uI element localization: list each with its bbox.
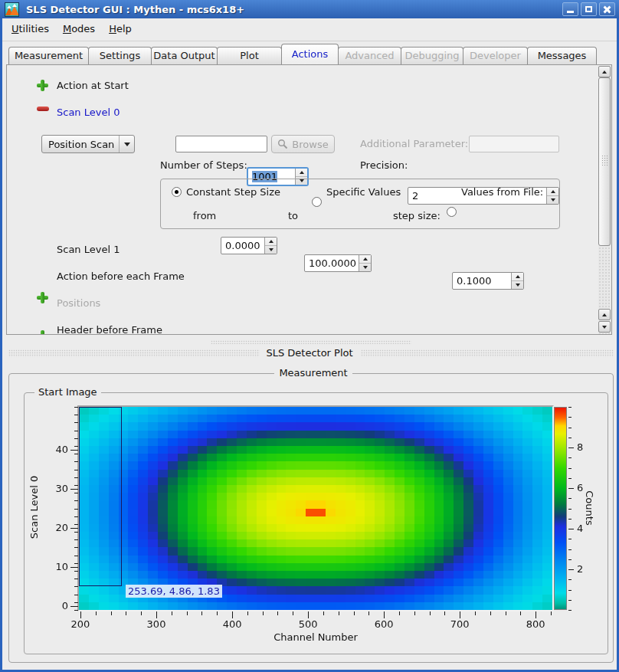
specific-values-radio[interactable] <box>312 197 322 207</box>
step-size-value: 0.1000 <box>457 275 492 287</box>
tab-settings[interactable]: Settings <box>88 47 152 64</box>
arrow-up-icon <box>602 313 607 316</box>
app-window: SLS Detector GUI : Mythen - mcs6x18+ Uti… <box>0 0 619 672</box>
values-from-file-label: Values from File: <box>461 186 543 198</box>
colorbar-label: Counts <box>583 485 595 531</box>
constant-step-size-label: Constant Step Size <box>186 186 280 198</box>
expand-plus-icon[interactable] <box>37 292 48 303</box>
expand-plus-icon[interactable] <box>37 80 48 91</box>
tab-actions[interactable]: Actions <box>281 44 339 64</box>
scrollbar-thumb[interactable] <box>598 77 611 246</box>
menu-utilities[interactable]: Utilities <box>7 21 54 37</box>
to-label: to <box>288 210 298 221</box>
tab-debugging: Debugging <box>401 47 463 64</box>
spin-up-icon[interactable] <box>512 273 523 280</box>
menu-help[interactable]: Help <box>104 21 136 37</box>
zoom-selection-rect <box>79 407 122 586</box>
step-size-groupbox: Constant Step Size Specific Values Value… <box>160 179 560 229</box>
tab-measurement[interactable]: Measurement <box>8 47 89 64</box>
splitter-handle[interactable] <box>211 340 411 344</box>
collapse-minus-icon[interactable] <box>37 107 49 111</box>
tab-data-output[interactable]: Data Output <box>151 47 218 64</box>
from-label: from <box>193 210 216 221</box>
browse-button: Browse <box>271 135 335 153</box>
additional-parameter-label: Additional Parameter: <box>360 138 468 149</box>
tab-developer: Developer <box>463 47 528 64</box>
expand-plus-icon[interactable] <box>37 330 48 335</box>
spin-up-icon[interactable] <box>359 255 371 263</box>
start-image-title: Start Image <box>34 386 101 398</box>
combo-dropdown-icon <box>119 136 134 152</box>
cursor-readout: 253.69, 4.86, 1.83 <box>126 585 222 598</box>
spin-down-icon[interactable] <box>265 245 277 254</box>
scan-level-0-item[interactable]: Scan Level 0 <box>57 107 120 118</box>
scrollbar-grip-icon <box>601 155 608 167</box>
app-logo-mountain-icon <box>5 2 19 17</box>
to-value: 100.0000 <box>309 257 356 269</box>
from-spinbox[interactable]: 0.0000 <box>221 237 277 254</box>
arrow-up-icon <box>602 70 607 74</box>
precision-label: Precision: <box>360 159 408 171</box>
x-axis-label: Channel Number <box>79 631 552 643</box>
menu-bar: Utilities Modes Help <box>2 18 617 39</box>
browse-button-label: Browse <box>292 139 328 150</box>
vertical-scrollbar[interactable] <box>598 66 611 334</box>
scan-level-1-item[interactable]: Scan Level 1 <box>57 244 120 255</box>
actions-panel: Action at Start Scan Level 0 Position Sc… <box>6 64 612 335</box>
spin-down-icon[interactable] <box>512 280 523 289</box>
tab-bar: Measurement Settings Data Output Plot Ac… <box>8 44 596 64</box>
scan-script-input[interactable] <box>175 136 267 152</box>
tab-plot[interactable]: Plot <box>217 47 282 64</box>
colorbar <box>554 407 567 610</box>
scrollbar-down-button[interactable] <box>598 321 611 333</box>
minimize-icon <box>567 11 574 13</box>
specific-values-label: Specific Values <box>326 186 401 198</box>
magnifier-icon <box>277 139 288 149</box>
scrollbar-up-button-2[interactable] <box>598 309 611 320</box>
values-from-file-radio[interactable] <box>447 207 457 217</box>
action-at-start-item[interactable]: Action at Start <box>57 80 129 91</box>
arrow-down-icon <box>602 326 607 329</box>
scan-mode-combobox[interactable]: Position Scan <box>41 135 135 153</box>
tab-advanced: Advanced <box>338 47 401 64</box>
from-value: 0.0000 <box>225 240 260 251</box>
scrollbar-up-button[interactable] <box>598 66 611 77</box>
minimize-button[interactable] <box>562 2 578 16</box>
action-before-each-frame-item[interactable]: Action before each Frame <box>57 270 185 282</box>
number-of-steps-label: Number of Steps: <box>160 159 247 171</box>
step-size-spinbox[interactable]: 0.1000 <box>452 272 524 290</box>
spin-up-icon[interactable] <box>296 169 307 176</box>
positions-item: Positions <box>57 297 100 309</box>
menu-separator <box>2 41 617 41</box>
plot-dock-titlebar[interactable]: SLS Detector Plot <box>2 346 617 360</box>
maximize-icon <box>585 6 592 12</box>
title-bar[interactable]: SLS Detector GUI : Mythen - mcs6x18+ <box>0 0 619 18</box>
header-before-frame-item[interactable]: Header before Frame <box>57 324 162 335</box>
maximize-button[interactable] <box>581 2 597 16</box>
window-title: SLS Detector GUI : Mythen - mcs6x18+ <box>26 4 244 15</box>
menu-modes[interactable]: Modes <box>58 21 100 37</box>
step-size-label: step size: <box>393 210 441 221</box>
y-axis-label: Scan Level 0 <box>28 446 41 569</box>
to-spinbox[interactable]: 100.0000 <box>304 254 372 272</box>
spin-up-icon[interactable] <box>265 238 277 245</box>
close-button[interactable] <box>599 2 615 16</box>
additional-parameter-input <box>469 136 559 152</box>
constant-step-size-radio[interactable] <box>172 187 182 197</box>
spin-down-icon[interactable] <box>359 263 371 271</box>
heatmap-canvas[interactable] <box>79 407 552 610</box>
tab-messages[interactable]: Messages <box>527 47 597 64</box>
measurement-title: Measurement <box>2 367 619 379</box>
scan-mode-value: Position Scan <box>42 139 119 150</box>
